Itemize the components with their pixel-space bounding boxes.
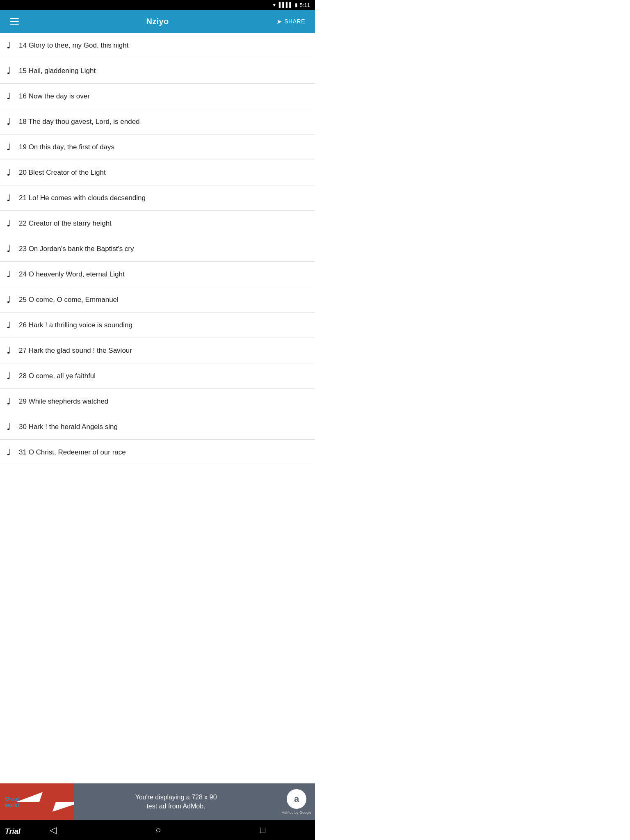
- music-note-icon: ♩: [7, 396, 11, 407]
- list-item[interactable]: ♩27 Hark the glad sound ! the Saviour: [0, 338, 315, 363]
- music-note-icon: ♩: [7, 320, 11, 331]
- list-item[interactable]: ♩29 While shepherds watched: [0, 389, 315, 414]
- share-icon: ➤: [276, 18, 282, 25]
- list-item[interactable]: ♩21 Lo! He comes with clouds decsending: [0, 185, 315, 211]
- music-note-icon: ♩: [7, 91, 11, 102]
- hymn-title: 24 O heavenly Word, eternal Light: [19, 270, 125, 278]
- top-bar: Nziyo ➤ SHARE: [0, 10, 315, 33]
- list-item[interactable]: ♩15 Hail, gladdening Light: [0, 58, 315, 84]
- hymn-title: 31 O Christ, Redeemer of our race: [19, 448, 126, 457]
- hymn-title: 20 Blest Creator of the Light: [19, 169, 106, 177]
- music-note-icon: ♩: [7, 167, 11, 178]
- music-note-icon: ♩: [7, 40, 11, 51]
- hymn-title: 16 Now the day is over: [19, 92, 90, 100]
- hymn-list: ♩14 Glory to thee, my God, this night♩15…: [0, 33, 315, 465]
- signal-icon: ▌▌▌▌: [279, 2, 293, 8]
- hymn-list-container: ♩14 Glory to thee, my God, this night♩15…: [0, 33, 315, 527]
- hymn-title: 15 Hail, gladdening Light: [19, 67, 96, 75]
- battery-icon: ▮: [295, 2, 298, 8]
- list-item[interactable]: ♩14 Glory to thee, my God, this night: [0, 33, 315, 58]
- list-item[interactable]: ♩31 O Christ, Redeemer of our race: [0, 440, 315, 465]
- share-label: SHARE: [284, 18, 305, 25]
- list-item[interactable]: ♩24 O heavenly Word, eternal Light: [0, 262, 315, 287]
- music-note-icon: ♩: [7, 66, 11, 76]
- list-item[interactable]: ♩25 O come, O come, Emmanuel: [0, 287, 315, 313]
- status-bar: ▼ ▌▌▌▌ ▮ 5:11: [0, 0, 315, 10]
- list-item[interactable]: ♩30 Hark ! the herald Angels sing: [0, 414, 315, 440]
- status-icons: ▼ ▌▌▌▌ ▮ 5:11: [272, 2, 310, 8]
- status-time: 5:11: [300, 2, 310, 8]
- hymn-title: 27 Hark the glad sound ! the Saviour: [19, 347, 132, 355]
- music-note-icon: ♩: [7, 116, 11, 127]
- hymn-title: 21 Lo! He comes with clouds decsending: [19, 194, 146, 202]
- hymn-title: 23 On Jordan's bank the Baptist's cry: [19, 245, 134, 253]
- share-button[interactable]: ➤ SHARE: [273, 15, 308, 28]
- list-item[interactable]: ♩16 Now the day is over: [0, 84, 315, 109]
- hymn-title: 22 Creator of the starry height: [19, 219, 112, 228]
- list-item[interactable]: ♩18 The day thou gavest, Lord, is ended: [0, 109, 315, 135]
- list-item[interactable]: ♩22 Creator of the starry height: [0, 211, 315, 236]
- music-note-icon: ♩: [7, 294, 11, 305]
- music-note-icon: ♩: [7, 193, 11, 203]
- music-note-icon: ♩: [7, 422, 11, 432]
- list-item[interactable]: ♩28 O come, all ye faithful: [0, 363, 315, 389]
- music-note-icon: ♩: [7, 371, 11, 381]
- hymn-title: 30 Hark ! the herald Angels sing: [19, 423, 118, 431]
- hymn-title: 26 Hark ! a thrilling voice is sounding: [19, 321, 132, 329]
- music-note-icon: ♩: [7, 218, 11, 229]
- menu-button[interactable]: [7, 15, 22, 28]
- hymn-title: 19 On this day, the first of days: [19, 143, 114, 151]
- list-item[interactable]: ♩26 Hark ! a thrilling voice is sounding: [0, 313, 315, 338]
- music-note-icon: ♩: [7, 447, 11, 458]
- music-note-icon: ♩: [7, 269, 11, 280]
- music-note-icon: ♩: [7, 345, 11, 356]
- wifi-icon: ▼: [272, 2, 277, 8]
- music-note-icon: ♩: [7, 244, 11, 254]
- hymn-title: 14 Glory to thee, my God, this night: [19, 41, 128, 50]
- hymn-title: 29 While shepherds watched: [19, 397, 108, 406]
- list-item[interactable]: ♩19 On this day, the first of days: [0, 135, 315, 160]
- app-title: Nziyo: [146, 17, 169, 26]
- hymn-title: 25 O come, O come, Emmanuel: [19, 296, 119, 304]
- music-note-icon: ♩: [7, 142, 11, 153]
- hymn-title: 28 O come, all ye faithful: [19, 372, 96, 380]
- list-item[interactable]: ♩20 Blest Creator of the Light: [0, 160, 315, 185]
- list-item[interactable]: ♩23 On Jordan's bank the Baptist's cry: [0, 236, 315, 262]
- hymn-title: 18 The day thou gavest, Lord, is ended: [19, 118, 140, 126]
